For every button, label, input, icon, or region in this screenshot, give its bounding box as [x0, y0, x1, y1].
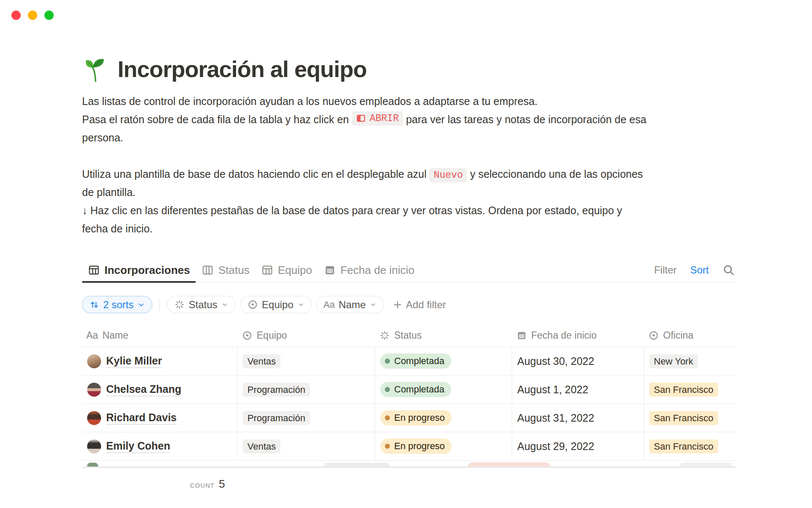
row-name-link[interactable]: Kylie Miller	[106, 355, 162, 368]
column-header-status[interactable]: Status	[375, 330, 512, 341]
table-row[interactable]: Richard Davis Programación En progreso A…	[82, 404, 736, 432]
status-dot	[385, 387, 390, 392]
equipo-tag	[324, 463, 389, 467]
avatar	[87, 383, 101, 397]
side-peek-icon	[356, 113, 366, 123]
table-row[interactable]: Kylie Miller Ventas Completada August 30…	[82, 347, 736, 375]
intro-line-3: persona.	[82, 132, 123, 144]
zoom-button[interactable]	[44, 11, 54, 20]
status-cell[interactable]: En progreso	[375, 432, 512, 460]
abrir-label: ABRIR	[370, 112, 399, 125]
search-icon[interactable]	[722, 264, 735, 276]
equipo-cell[interactable]: Programación	[238, 404, 375, 432]
minimize-button[interactable]	[28, 11, 37, 20]
status-pill: En progreso	[380, 410, 452, 425]
intro-line-2b: para ver las tareas y notas de incorpora…	[406, 113, 646, 125]
oficina-cell[interactable]: San Francisco	[644, 404, 736, 432]
oficina-cell[interactable]: San Francisco	[644, 375, 736, 403]
avatar	[87, 439, 101, 453]
column-label: Name	[102, 330, 128, 341]
add-filter-button[interactable]: Add filter	[392, 299, 446, 311]
abrir-badge: ABRIR	[352, 111, 403, 126]
status-pill	[468, 462, 551, 467]
tab-label: Fecha de inicio	[340, 264, 414, 277]
fecha-cell[interactable]: August 1, 2022	[512, 375, 644, 403]
name-cell[interactable]: Chelsea Zhang	[82, 375, 238, 403]
sort-action[interactable]: Sort	[690, 264, 709, 276]
name-cell[interactable]: Richard Davis	[82, 404, 238, 432]
template-line-1: Utiliza una plantilla de base de datos h…	[82, 168, 426, 180]
avatar	[87, 354, 101, 368]
count-label: COUNT	[190, 482, 214, 489]
column-header-equipo[interactable]: Equipo	[238, 330, 375, 341]
board-icon	[202, 264, 214, 276]
status-dot	[385, 444, 390, 449]
column-header-oficina[interactable]: Oficina	[644, 330, 736, 341]
name-cell[interactable]: Emily Cohen	[82, 432, 238, 460]
filter-pill-status[interactable]: Status	[167, 296, 236, 313]
nuevo-badge: Nuevo	[429, 168, 467, 182]
tab-fecha-de-inicio[interactable]: Fecha de inicio	[318, 258, 420, 282]
intro-paragraph: Las listas de control de incorporación a…	[82, 92, 736, 147]
column-header-fecha[interactable]: Fecha de inicio	[512, 330, 644, 341]
table-row-partial[interactable]	[82, 461, 736, 467]
tab-equipo[interactable]: Equipo	[255, 258, 318, 282]
oficina-tag: San Francisco	[649, 439, 718, 453]
tab-label: Equipo	[278, 264, 312, 277]
column-header-name[interactable]: Aa Name	[82, 330, 238, 341]
intro-line-1: Las listas de control de incorporación a…	[82, 95, 538, 107]
filter-pill-label: Equipo	[262, 299, 294, 311]
oficina-tag: New York	[649, 354, 698, 368]
equipo-cell[interactable]: Ventas	[238, 432, 375, 460]
count-aggregate[interactable]: COUNT5	[82, 478, 238, 491]
table-row[interactable]: Emily Cohen Ventas En progreso August 29…	[82, 432, 736, 461]
fecha-cell[interactable]: August 31, 2022	[512, 404, 644, 432]
filter-pill-equipo[interactable]: Equipo	[240, 296, 312, 313]
oficina-cell[interactable]: New York	[644, 347, 736, 375]
chevron-down-icon	[297, 301, 304, 308]
equipo-cell[interactable]: Ventas	[238, 347, 375, 375]
template-paragraph: Utiliza una plantilla de base de datos h…	[82, 165, 736, 202]
column-label: Fecha de inicio	[531, 330, 597, 341]
status-cell[interactable]: En progreso	[375, 404, 512, 432]
row-name-link[interactable]: Emily Cohen	[106, 440, 170, 453]
status-pill: Completada	[380, 382, 451, 397]
equipo-tag: Ventas	[243, 354, 280, 368]
nuevo-label: Nuevo	[433, 169, 463, 182]
status-cell[interactable]: Completada	[375, 347, 512, 375]
column-label: Equipo	[257, 330, 287, 341]
tab-incorporaciones[interactable]: Incorporaciones	[82, 258, 196, 282]
status-label: En progreso	[394, 441, 445, 452]
table-header-row: Aa Name Equipo	[82, 324, 736, 347]
status-cell[interactable]: Completada	[375, 375, 512, 403]
date-text: August 30, 2022	[517, 355, 594, 367]
window-controls	[11, 11, 54, 20]
database-table: Aa Name Equipo	[82, 324, 736, 468]
row-name-link[interactable]: Chelsea Zhang	[106, 383, 181, 396]
status-pill: Completada	[380, 353, 451, 369]
row-name-link[interactable]: Richard Davis	[106, 411, 177, 425]
sort-arrows-icon	[89, 300, 99, 310]
text-icon: Aa	[324, 299, 335, 310]
status-icon	[174, 299, 185, 310]
template-line-2: de plantilla.	[82, 186, 135, 198]
fecha-cell[interactable]: August 30, 2022	[512, 347, 644, 375]
seedling-icon[interactable]	[82, 56, 108, 82]
view-tabs: Incorporaciones Status Equipo	[82, 258, 736, 282]
table-row[interactable]: Chelsea Zhang Programación Completada Au…	[82, 375, 736, 404]
filter-action[interactable]: Filter	[654, 264, 677, 276]
fecha-cell[interactable]: August 29, 2022	[512, 432, 644, 460]
add-filter-label: Add filter	[406, 299, 446, 311]
status-label: Completada	[394, 356, 444, 367]
tab-status[interactable]: Status	[196, 258, 255, 282]
equipo-cell[interactable]: Programación	[238, 375, 375, 403]
sorts-button[interactable]: 2 sorts	[82, 296, 152, 313]
name-cell[interactable]: Kylie Miller	[82, 347, 238, 375]
oficina-cell[interactable]: San Francisco	[644, 432, 736, 460]
status-label: Completada	[394, 384, 444, 395]
close-button[interactable]	[11, 11, 21, 20]
filter-pill-name[interactable]: Aa Name	[316, 296, 384, 313]
views-line-1: ↓ Haz clic en las diferentes pestañas de…	[82, 204, 622, 216]
chevron-down-icon	[137, 301, 145, 309]
equipo-tag: Ventas	[243, 439, 280, 453]
